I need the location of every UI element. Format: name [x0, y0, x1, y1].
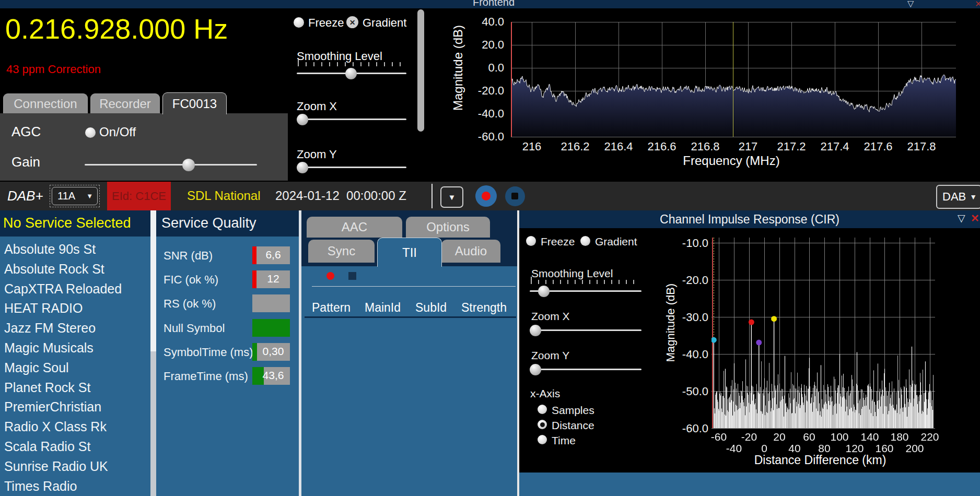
output-mode-dropdown[interactable]: DAB ▼: [936, 185, 980, 209]
gain-slider-handle[interactable]: [182, 159, 195, 171]
cir-close-icon[interactable]: ✕: [971, 212, 979, 225]
tab-sync[interactable]: Sync: [308, 240, 375, 263]
output-mode-value: DAB: [942, 190, 966, 204]
spectrum-zoomx-track[interactable]: [297, 119, 406, 120]
spectrum-smoothing-handle[interactable]: [345, 68, 357, 79]
dab-ensemble-bar: DAB+ 11A ▼ EId: C1CE SDL National 2024-0…: [0, 182, 980, 210]
cir-ytick: -50.0: [656, 385, 708, 398]
xaxis-samples-label: Samples: [552, 404, 594, 417]
spectrum-xtick: 217.6: [857, 140, 899, 153]
service-item[interactable]: Sunrise Radio UK: [4, 458, 108, 474]
cir-zoomx-handle[interactable]: [530, 325, 541, 336]
xaxis-time-radio[interactable]: [538, 435, 547, 444]
cir-smoothing-label: Smoothing Level: [531, 267, 613, 280]
gain-label: Gain: [11, 154, 40, 170]
scrollbar-thumb[interactable]: [150, 210, 156, 351]
service-list-scrollbar[interactable]: [150, 210, 156, 496]
spectrum-xtick: 217.8: [901, 140, 942, 153]
spectrum-ytick: -40.0: [452, 107, 504, 121]
quality-row-label: SymbolTime (ms): [164, 346, 253, 359]
tii-separator-line: [312, 286, 516, 287]
quality-row-label: FrameTime (ms): [164, 370, 248, 383]
tab-tii[interactable]: TII: [377, 238, 442, 267]
xaxis-distance-label: Distance: [552, 419, 594, 432]
channel-value: 11A: [57, 190, 75, 202]
ensemble-name: SDL National: [187, 188, 261, 203]
no-service-selected-label: No Service Selected: [3, 215, 131, 231]
tab-fc0013[interactable]: FC0013: [162, 92, 227, 114]
stop-icon: [511, 193, 518, 199]
record-options-dropdown-button[interactable]: ▼: [440, 186, 463, 208]
cir-plot: [711, 231, 935, 432]
tii-status-red-indicator: [326, 272, 334, 280]
quality-row-label: SNR (dB): [164, 249, 213, 263]
spectrum-zoomx-handle[interactable]: [297, 114, 308, 125]
spectrum-ytick: -20.0: [452, 84, 504, 98]
spectrum-xtick: 216.8: [684, 140, 726, 153]
service-item[interactable]: Jazz FM Stereo: [4, 320, 96, 336]
agc-onoff-label: On/Off: [99, 125, 136, 139]
ppm-correction-label: 43 ppm Correction: [6, 63, 101, 76]
quality-bar: [252, 319, 290, 337]
quality-bar: 43,6: [252, 367, 290, 385]
service-item[interactable]: Absolute 90s St: [4, 241, 96, 257]
spectrum-zoomy-handle[interactable]: [297, 162, 308, 173]
tii-status-square-indicator: [348, 272, 356, 280]
cir-zoomy-track[interactable]: [530, 369, 641, 370]
agc-onoff-radio[interactable]: [85, 127, 96, 138]
cir-collapse-triangle-icon[interactable]: ▽: [958, 212, 965, 224]
output-dropdown-arrow-icon: ▼: [970, 193, 977, 201]
service-item[interactable]: Scala Radio St: [4, 439, 90, 454]
tab-recorder[interactable]: Recorder: [90, 93, 160, 114]
xaxis-distance-radio[interactable]: [538, 420, 547, 429]
quality-bar: [252, 294, 290, 312]
service-item[interactable]: Times Radio: [4, 478, 77, 494]
stop-button[interactable]: [505, 186, 525, 206]
xaxis-samples-radio[interactable]: [538, 405, 547, 414]
cir-zoomx-track[interactable]: [530, 329, 641, 331]
quality-bar-value: 43,6: [256, 369, 290, 382]
spectrum-xtick: 216: [511, 140, 553, 153]
cir-smoothing-ticks: [531, 280, 640, 284]
collapse-chevron-icon[interactable]: ▽: [907, 0, 914, 8]
spectrum-smoothing-label: Smoothing Level: [297, 50, 382, 63]
spectrum-zoomy-track[interactable]: [297, 167, 406, 168]
tab-connection[interactable]: Connection: [3, 93, 88, 114]
spectrum-zoomx-label: Zoom X: [297, 100, 337, 113]
record-icon: [482, 192, 491, 200]
frontend-spectrum-plot: [511, 19, 956, 138]
tab-aac[interactable]: AAC: [307, 217, 402, 238]
gain-slider-track[interactable]: [85, 164, 257, 166]
service-item[interactable]: Absolute Rock St: [4, 261, 104, 277]
close-icon[interactable]: ✕: [975, 0, 980, 8]
tab-options[interactable]: Options: [406, 217, 490, 238]
spectrum-ytick: 20.0: [452, 38, 504, 52]
tab-audio[interactable]: Audio: [441, 240, 500, 263]
service-item[interactable]: Magic Musicals: [4, 340, 94, 356]
controls-scrollbar[interactable]: [417, 9, 424, 132]
spectrum-freeze-radio[interactable]: [294, 17, 304, 28]
service-item[interactable]: Planet Rock St: [4, 380, 90, 395]
cir-ytick: -10.0: [656, 237, 708, 250]
record-button[interactable]: [475, 185, 497, 207]
cir-freeze-radio[interactable]: [526, 236, 536, 246]
spectrum-xtick: 217.2: [771, 140, 812, 153]
cir-smoothing-handle[interactable]: [538, 286, 550, 297]
quality-bar-value: 0,30: [256, 345, 290, 358]
cir-zoomy-handle[interactable]: [530, 364, 541, 375]
service-item[interactable]: PremierChristian: [4, 399, 101, 415]
channel-dropdown[interactable]: 11A ▼: [50, 185, 100, 207]
tii-column-strength: Strength: [461, 301, 507, 315]
cir-xaxis-label: x-Axis: [530, 387, 560, 400]
tii-column-pattern: Pattern: [312, 301, 351, 315]
spectrum-gradient-checked-icon[interactable]: ✕: [346, 16, 358, 28]
service-item[interactable]: Radio X Class Rk: [4, 419, 107, 434]
cir-gradient-radio[interactable]: [580, 236, 590, 246]
service-item[interactable]: CapXTRA Reloaded: [4, 281, 122, 297]
service-item[interactable]: Magic Soul: [4, 360, 69, 375]
ensemble-datetime: 2024-01-12 00:00:00 Z: [275, 188, 406, 203]
tii-column-subid: SubId: [415, 301, 447, 315]
eid-badge: EId: C1CE: [107, 182, 171, 210]
service-item[interactable]: HEAT RADIO: [4, 300, 83, 316]
service-list: Absolute 90s StAbsolute Rock StCapXTRA R…: [0, 237, 150, 496]
